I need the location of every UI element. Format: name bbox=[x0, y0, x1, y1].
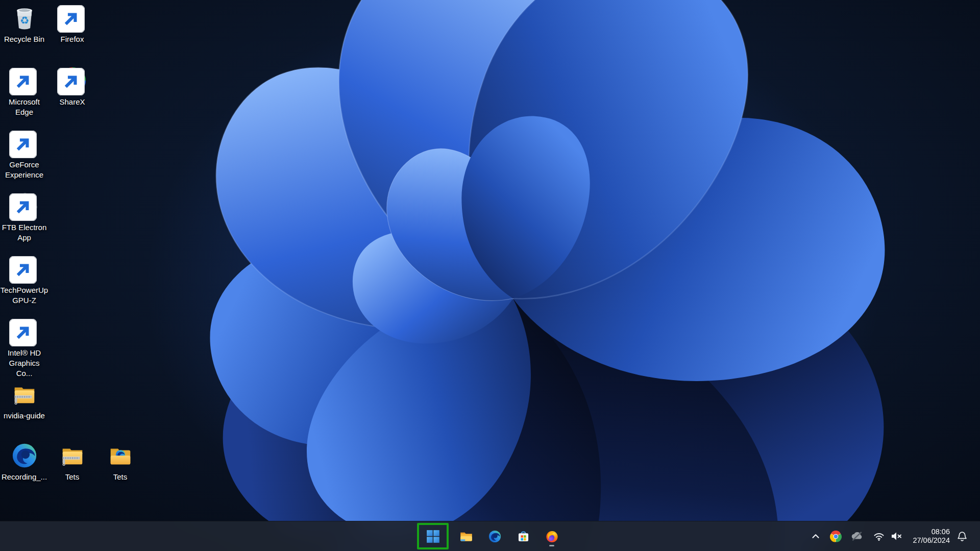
icon-label: Recording_... bbox=[0, 472, 48, 482]
icon-label: Microsoft Edge bbox=[0, 97, 48, 117]
file-explorer-icon bbox=[459, 530, 473, 543]
ftb-icon: FTB bbox=[11, 192, 38, 220]
firefox-icon bbox=[59, 4, 86, 32]
firefox-taskbar-button[interactable] bbox=[541, 524, 563, 548]
icon-label: Recycle Bin bbox=[0, 34, 48, 44]
icon-label: ShareX bbox=[48, 97, 96, 107]
zipped-folder-icon bbox=[11, 381, 38, 408]
shortcut-arrow-icon bbox=[9, 131, 37, 158]
shortcut-arrow-icon bbox=[9, 193, 37, 221]
svg-text:♻: ♻ bbox=[19, 14, 29, 27]
edge-icon bbox=[488, 530, 502, 543]
desktop-icon-ftb-electron-app[interactable]: FTB FTB Electron App bbox=[0, 192, 48, 243]
shortcut-arrow-icon bbox=[57, 5, 85, 33]
folder-icon bbox=[107, 442, 134, 469]
taskbar: 08:06 27/06/2024 bbox=[0, 521, 980, 551]
firefox-icon bbox=[545, 530, 559, 543]
volume-muted-icon bbox=[890, 531, 902, 542]
desktop-icon-firefox[interactable]: Firefox bbox=[48, 4, 96, 44]
shortcut-arrow-icon bbox=[9, 256, 37, 284]
icon-label: TechPowerUp GPU-Z bbox=[0, 285, 48, 306]
desktop-icon-geforce-experience[interactable]: GeForce Experience bbox=[0, 130, 48, 180]
clock-date: 27/06/2024 bbox=[913, 536, 950, 545]
shortcut-arrow-icon bbox=[9, 319, 37, 346]
chrome-tray-icon[interactable] bbox=[827, 526, 844, 546]
zipped-folder-icon bbox=[59, 442, 86, 469]
wallpaper-bloom bbox=[0, 0, 980, 551]
clock-time: 08:06 bbox=[913, 528, 950, 536]
running-app-indicator bbox=[549, 545, 554, 546]
desktop-icon-nvidia-guide[interactable]: nvidia-guide bbox=[0, 381, 48, 421]
microsoft-store-icon bbox=[517, 530, 530, 543]
icon-label: FTB Electron App bbox=[0, 222, 48, 243]
microsoft-store-button[interactable] bbox=[512, 524, 534, 548]
shortcut-arrow-icon bbox=[9, 68, 37, 95]
icon-label: Firefox bbox=[48, 34, 96, 44]
taskbar-clock[interactable]: 08:06 27/06/2024 bbox=[913, 528, 950, 545]
icon-label: Intel® HD Graphics Co... bbox=[0, 348, 48, 378]
desktop-icon-gpu-z[interactable]: TechPowerUp GPU-Z bbox=[0, 255, 48, 306]
bell-icon bbox=[956, 530, 968, 542]
desktop-icon-recycle-bin[interactable]: ♻ Recycle Bin bbox=[0, 4, 48, 44]
wifi-icon bbox=[873, 531, 885, 542]
desktop-icon-tets-zip[interactable]: Tets bbox=[48, 442, 96, 482]
desktop: ♻ Recycle Bin bbox=[0, 0, 980, 551]
icon-label: Tets bbox=[48, 472, 96, 482]
start-button[interactable] bbox=[423, 527, 443, 546]
network-volume-button[interactable] bbox=[870, 526, 906, 546]
icon-label: Tets bbox=[96, 472, 144, 482]
gpu-z-icon bbox=[11, 255, 38, 283]
edge-icon bbox=[11, 67, 38, 94]
taskbar-center-buttons bbox=[417, 521, 563, 551]
chevron-up-icon bbox=[810, 531, 821, 542]
icon-label: nvidia-guide bbox=[0, 411, 48, 421]
notifications-button[interactable] bbox=[953, 526, 971, 546]
desktop-icon-recording[interactable]: Recording_... bbox=[0, 442, 48, 482]
show-hidden-icons-button[interactable] bbox=[807, 526, 824, 546]
system-tray: 08:06 27/06/2024 bbox=[807, 521, 980, 551]
icon-label: GeForce Experience bbox=[0, 160, 48, 180]
file-explorer-button[interactable] bbox=[455, 524, 477, 548]
desktop-icon-microsoft-edge[interactable]: Microsoft Edge bbox=[0, 67, 48, 117]
intel-graphics-icon: intel bbox=[11, 318, 38, 345]
windows-start-icon bbox=[426, 530, 440, 543]
desktop-icon-intel-hd-graphics[interactable]: intel Intel® HD Graphics Co... bbox=[0, 318, 48, 378]
geforce-icon bbox=[11, 130, 38, 157]
desktop-icon-tets-folder[interactable]: Tets bbox=[96, 442, 144, 482]
sharex-icon bbox=[59, 67, 86, 94]
recycle-bin-icon: ♻ bbox=[11, 4, 38, 32]
edge-taskbar-button[interactable] bbox=[483, 524, 506, 548]
shortcut-arrow-icon bbox=[57, 68, 85, 95]
edge-file-icon bbox=[11, 442, 38, 469]
start-button-highlight bbox=[417, 523, 449, 549]
desktop-icon-sharex[interactable]: ShareX bbox=[48, 67, 96, 107]
onedrive-offline-icon[interactable] bbox=[848, 526, 866, 546]
